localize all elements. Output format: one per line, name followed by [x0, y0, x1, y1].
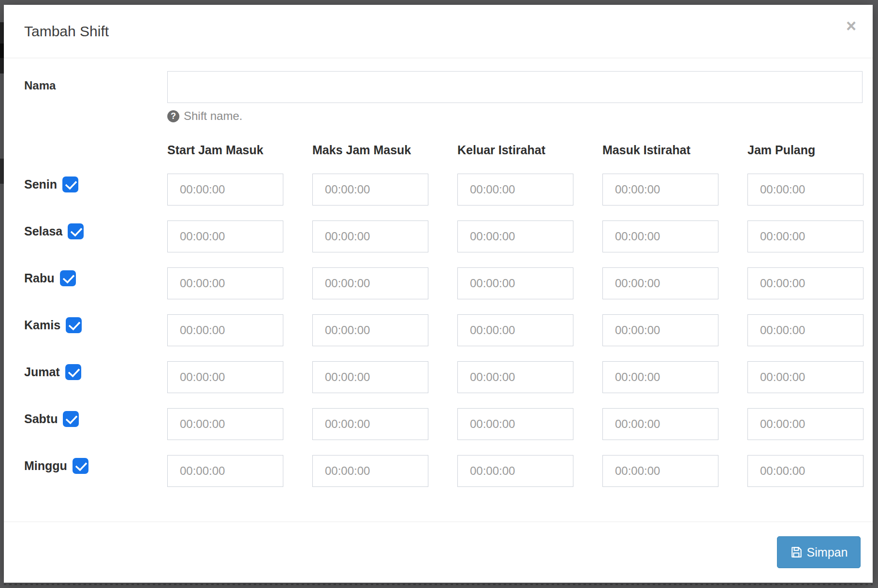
day-row-senin: Senin	[24, 168, 138, 200]
column-header-masuk-istirahat: Masuk Istirahat	[602, 143, 718, 157]
day-label-senin: Senin	[24, 177, 57, 191]
time-input-minggu-masuk-istirahat[interactable]	[602, 455, 718, 487]
modal-header: Tambah Shift ×	[4, 5, 873, 59]
time-input-jumat-jam-pulang[interactable]	[747, 361, 863, 393]
day-row-rabu: Rabu	[24, 262, 138, 294]
save-button[interactable]: Simpan	[777, 536, 861, 568]
time-input-jumat-maks-jam-masuk[interactable]	[312, 361, 428, 393]
day-checkbox-senin[interactable]	[62, 176, 78, 192]
nama-help-text: Shift name.	[184, 109, 242, 123]
column-header-keluar-istirahat: Keluar Istirahat	[457, 143, 573, 157]
schedule-header-row: Start Jam MasukMaks Jam MasukKeluar Isti…	[24, 142, 863, 158]
nama-input[interactable]	[167, 71, 863, 103]
floppy-disk-icon	[790, 546, 803, 559]
time-input-selasa-jam-pulang[interactable]	[747, 220, 863, 252]
time-input-minggu-keluar-istirahat[interactable]	[457, 455, 573, 487]
time-input-sabtu-masuk-istirahat[interactable]	[602, 408, 718, 440]
modal-body: Nama ? Shift name. Start Jam MasukMaks J…	[4, 59, 873, 521]
nama-label: Nama	[24, 71, 138, 123]
tambah-shift-modal: Tambah Shift × Nama ? Shift name. Start …	[4, 5, 873, 583]
time-input-senin-masuk-istirahat[interactable]	[602, 174, 718, 206]
time-input-kamis-keluar-istirahat[interactable]	[457, 314, 573, 346]
time-input-jumat-start-jam-masuk[interactable]	[167, 361, 283, 393]
day-label-rabu: Rabu	[24, 271, 55, 285]
time-input-kamis-maks-jam-masuk[interactable]	[312, 314, 428, 346]
time-input-rabu-maks-jam-masuk[interactable]	[312, 267, 428, 299]
time-input-rabu-masuk-istirahat[interactable]	[602, 267, 718, 299]
day-row-sabtu: Sabtu	[24, 403, 138, 435]
modal-footer: Simpan	[4, 521, 873, 583]
time-input-rabu-start-jam-masuk[interactable]	[167, 267, 283, 299]
time-input-sabtu-keluar-istirahat[interactable]	[457, 408, 573, 440]
day-label-sabtu: Sabtu	[24, 412, 58, 426]
time-input-sabtu-start-jam-masuk[interactable]	[167, 408, 283, 440]
day-row-jumat: Jumat	[24, 356, 138, 388]
name-field-row: Nama ? Shift name.	[24, 71, 863, 123]
column-header-start-jam-masuk: Start Jam Masuk	[167, 143, 283, 157]
time-input-minggu-jam-pulang[interactable]	[747, 455, 863, 487]
time-input-senin-keluar-istirahat[interactable]	[457, 174, 573, 206]
time-input-selasa-start-jam-masuk[interactable]	[167, 220, 283, 252]
column-header-jam-pulang: Jam Pulang	[747, 143, 863, 157]
time-input-senin-maks-jam-masuk[interactable]	[312, 174, 428, 206]
day-label-minggu: Minggu	[24, 459, 67, 473]
day-checkbox-rabu[interactable]	[60, 270, 76, 286]
day-checkbox-selasa[interactable]	[68, 223, 84, 239]
time-input-selasa-keluar-istirahat[interactable]	[457, 220, 573, 252]
time-input-rabu-jam-pulang[interactable]	[747, 267, 863, 299]
time-input-rabu-keluar-istirahat[interactable]	[457, 267, 573, 299]
day-label-selasa: Selasa	[24, 224, 62, 238]
nama-help: ? Shift name.	[167, 109, 863, 123]
question-circle-icon: ?	[167, 110, 179, 122]
day-checkbox-minggu[interactable]	[73, 458, 88, 474]
time-input-minggu-start-jam-masuk[interactable]	[167, 455, 283, 487]
time-input-kamis-jam-pulang[interactable]	[747, 314, 863, 346]
time-input-jumat-keluar-istirahat[interactable]	[457, 361, 573, 393]
time-input-sabtu-maks-jam-masuk[interactable]	[312, 408, 428, 440]
modal-title: Tambah Shift	[24, 23, 109, 40]
day-row-minggu: Minggu	[24, 450, 138, 482]
day-row-kamis: Kamis	[24, 309, 138, 341]
schedule-grid: SeninSelasaRabuKamisJumatSabtuMinggu	[24, 174, 863, 487]
column-header-maks-jam-masuk: Maks Jam Masuk	[312, 143, 428, 157]
time-input-kamis-masuk-istirahat[interactable]	[602, 314, 718, 346]
close-icon[interactable]: ×	[846, 17, 856, 35]
time-input-selasa-masuk-istirahat[interactable]	[602, 220, 718, 252]
page-behind-fragment	[4, 584, 873, 585]
time-input-kamis-start-jam-masuk[interactable]	[167, 314, 283, 346]
time-input-senin-jam-pulang[interactable]	[747, 174, 863, 206]
day-label-kamis: Kamis	[24, 318, 60, 332]
time-input-minggu-maks-jam-masuk[interactable]	[312, 455, 428, 487]
day-checkbox-sabtu[interactable]	[63, 411, 79, 427]
day-label-jumat: Jumat	[24, 365, 60, 379]
time-input-sabtu-jam-pulang[interactable]	[747, 408, 863, 440]
day-checkbox-jumat[interactable]	[65, 364, 81, 380]
time-input-jumat-masuk-istirahat[interactable]	[602, 361, 718, 393]
time-input-senin-start-jam-masuk[interactable]	[167, 174, 283, 206]
day-row-selasa: Selasa	[24, 215, 138, 247]
day-checkbox-kamis[interactable]	[66, 317, 82, 333]
time-input-selasa-maks-jam-masuk[interactable]	[312, 220, 428, 252]
save-button-label: Simpan	[807, 545, 848, 559]
